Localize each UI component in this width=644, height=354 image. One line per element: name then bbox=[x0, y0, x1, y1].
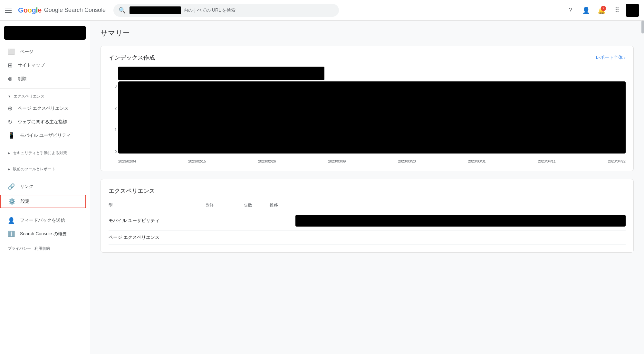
col-header-fail: 失敗 bbox=[244, 202, 270, 208]
experience-card-title: エクスペリエンス bbox=[109, 187, 155, 195]
x-label-0: 2023/02/04 bbox=[118, 159, 136, 163]
privacy-link[interactable]: プライバシー bbox=[8, 246, 31, 251]
terms-link[interactable]: 利用規約 bbox=[34, 246, 50, 251]
chart-y-axis: 3 2 1 0 bbox=[109, 84, 117, 154]
col-header-type: 型 bbox=[109, 202, 205, 208]
delete-icon: ⊗ bbox=[8, 75, 13, 82]
account-button[interactable]: 👤 bbox=[580, 4, 592, 17]
y-label-1: 1 bbox=[109, 128, 117, 132]
header-left: Google Google Search Console bbox=[5, 6, 106, 14]
row-type-page-exp: ページ エクスペリエンス bbox=[109, 235, 205, 240]
help-button[interactable]: ? bbox=[564, 4, 577, 17]
info-icon: ℹ️ bbox=[8, 230, 15, 238]
experience-section-header[interactable]: ▼ エクスペリエンス bbox=[0, 91, 90, 102]
sidebar: ⬜ ページ ⊞ サイトマップ ⊗ 削除 ▼ エクスペリエンス ⊕ ページ エクス… bbox=[0, 21, 90, 354]
search-icon: 🔍 bbox=[119, 7, 126, 14]
row-data-mobile bbox=[295, 215, 626, 227]
search-bar[interactable]: 🔍 内のすべての URL を検索 bbox=[113, 4, 339, 17]
sidebar-item-web-vitals[interactable]: ↻ ウェブに関する主な指標 bbox=[0, 115, 86, 129]
x-label-2: 2023/02/26 bbox=[258, 159, 276, 163]
app-title: Google Search Console bbox=[44, 7, 106, 14]
sitemap-icon: ⊞ bbox=[8, 62, 13, 69]
sidebar-label-page-experience: ページ エクスペリエンス bbox=[18, 106, 69, 111]
sidebar-item-mobile[interactable]: 📱 モバイル ユーザビリティ bbox=[0, 129, 86, 142]
sidebar-item-link[interactable]: 🔗 リンク bbox=[0, 180, 86, 193]
y-label-3: 3 bbox=[109, 84, 117, 88]
index-card-header: インデックス作成 レポート全体 › bbox=[109, 54, 626, 61]
table-row: モバイル ユーザビリティ bbox=[109, 211, 626, 231]
avatar[interactable] bbox=[626, 4, 639, 17]
col-header-good: 良好 bbox=[205, 202, 244, 208]
main-content: サマリー インデックス作成 レポート全体 › 3 2 1 0 bbox=[90, 21, 644, 354]
sidebar-item-feedback[interactable]: 👤 フィードバックを送信 bbox=[0, 214, 86, 227]
table-row: ページ エクスペリエンス bbox=[109, 231, 626, 245]
x-label-4: 2023/03/20 bbox=[398, 159, 416, 163]
property-selector[interactable] bbox=[4, 26, 86, 40]
chart-x-axis: 2023/02/04 2023/02/15 2023/02/26 2023/03… bbox=[118, 159, 626, 163]
notification-badge: 2 bbox=[601, 6, 606, 11]
sidebar-item-sitemap[interactable]: ⊞ サイトマップ bbox=[0, 59, 86, 72]
settings-icon: ⚙️ bbox=[8, 198, 15, 205]
y-label-2: 2 bbox=[109, 106, 117, 110]
x-label-5: 2023/03/31 bbox=[468, 159, 486, 163]
sidebar-divider-5 bbox=[0, 211, 90, 211]
sidebar-label-mobile: モバイル ユーザビリティ bbox=[20, 133, 71, 138]
sidebar-item-settings[interactable]: ⚙️ 設定 bbox=[0, 195, 86, 208]
sidebar-label-page: ページ bbox=[20, 49, 34, 55]
chevron-right-icon-2: ▶ bbox=[8, 167, 10, 171]
google-wordmark: Google bbox=[18, 6, 42, 14]
sidebar-item-page-experience[interactable]: ⊕ ページ エクスペリエンス bbox=[0, 102, 86, 115]
x-label-3: 2023/03/09 bbox=[328, 159, 346, 163]
old-tools-section-label: 以前のツールとレポート bbox=[13, 166, 55, 172]
search-input[interactable] bbox=[130, 6, 181, 14]
sidebar-item-delete[interactable]: ⊗ 削除 bbox=[0, 72, 86, 86]
report-link[interactable]: レポート全体 › bbox=[596, 55, 626, 61]
notification-button[interactable]: 🔔 2 bbox=[595, 4, 608, 17]
x-label-1: 2023/02/15 bbox=[188, 159, 206, 163]
old-tools-section-header[interactable]: ▶ 以前のツールとレポート bbox=[0, 164, 90, 174]
web-vitals-icon: ↻ bbox=[8, 118, 13, 126]
x-label-7: 2023/04/22 bbox=[608, 159, 626, 163]
sidebar-label-web-vitals: ウェブに関する主な指標 bbox=[18, 119, 67, 125]
layout: ⬜ ページ ⊞ サイトマップ ⊗ 削除 ▼ エクスペリエンス ⊕ ページ エクス… bbox=[0, 21, 644, 354]
sidebar-divider-3 bbox=[0, 161, 90, 161]
index-chart: 3 2 1 0 2023/02/04 2023/02/15 2023/02/26… bbox=[109, 67, 626, 163]
y-label-0: 0 bbox=[109, 150, 117, 154]
index-card-title: インデックス作成 bbox=[109, 54, 155, 61]
security-section-label: セキュリティと手動による対策 bbox=[13, 150, 67, 156]
chevron-right-icon-report: › bbox=[624, 55, 626, 60]
chart-main-area bbox=[118, 81, 626, 154]
search-placeholder: 内のすべての URL を検索 bbox=[184, 7, 235, 13]
header-right: ? 👤 🔔 2 ⠿ bbox=[564, 4, 639, 17]
scrollbar[interactable] bbox=[641, 21, 644, 33]
page-icon: ⬜ bbox=[8, 48, 15, 55]
security-section-header[interactable]: ▶ セキュリティと手動による対策 bbox=[0, 148, 90, 158]
page-exp-icon: ⊕ bbox=[8, 105, 13, 112]
col-header-data bbox=[295, 202, 626, 208]
apps-button[interactable]: ⠿ bbox=[610, 4, 623, 17]
sidebar-label-sitemap: サイトマップ bbox=[18, 62, 45, 68]
sidebar-footer: プライバシー 利用規約 bbox=[0, 241, 90, 256]
mobile-icon: 📱 bbox=[8, 132, 15, 139]
link-icon: 🔗 bbox=[8, 183, 15, 190]
feedback-icon: 👤 bbox=[8, 217, 15, 224]
help-icon: ? bbox=[569, 6, 572, 14]
header: Google Google Search Console 🔍 内のすべての UR… bbox=[0, 0, 644, 21]
grid-icon: ⠿ bbox=[615, 6, 620, 14]
chart-redacted-bar bbox=[118, 67, 324, 80]
sidebar-label-delete: 削除 bbox=[18, 76, 27, 82]
page-title: サマリー bbox=[101, 28, 634, 38]
report-link-label: レポート全体 bbox=[596, 55, 623, 61]
sidebar-divider-1 bbox=[0, 88, 90, 88]
sidebar-label-about: Search Console の概要 bbox=[20, 231, 67, 237]
sidebar-item-about[interactable]: ℹ️ Search Console の概要 bbox=[0, 227, 86, 241]
person-icon: 👤 bbox=[582, 6, 590, 14]
experience-card-header: エクスペリエンス bbox=[109, 187, 626, 195]
table-header: 型 良好 失敗 推移 bbox=[109, 200, 626, 211]
experience-section-label: エクスペリエンス bbox=[14, 94, 44, 99]
sidebar-item-page[interactable]: ⬜ ページ bbox=[0, 45, 86, 59]
menu-icon[interactable] bbox=[5, 6, 13, 14]
index-card: インデックス作成 レポート全体 › 3 2 1 0 bbox=[101, 46, 634, 171]
sidebar-label-settings: 設定 bbox=[21, 199, 30, 204]
chevron-right-icon: ▶ bbox=[8, 151, 10, 155]
